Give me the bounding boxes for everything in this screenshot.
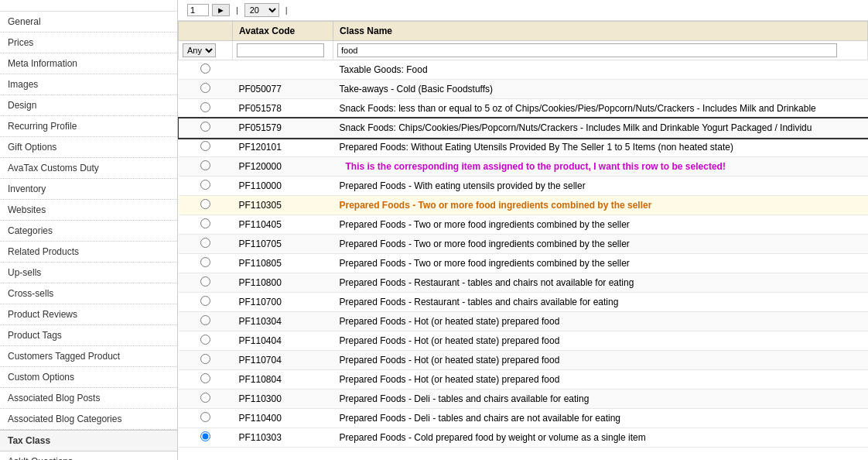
table-row: PF110800Prepared Foods - Restaurant - ta… <box>179 273 868 293</box>
row-radio-19[interactable] <box>200 431 210 441</box>
sidebar-items-container: GeneralPricesMeta InformationImagesDesig… <box>0 12 177 460</box>
sidebar-item-prices[interactable]: Prices <box>0 33 177 53</box>
class-name-cell: Prepared Foods - Hot (or heated state) p… <box>333 370 868 390</box>
table-row: PF110805Prepared Foods - Two or more foo… <box>179 254 868 273</box>
radio-cell <box>179 60 233 80</box>
sidebar-item-avatax-customs-duty[interactable]: AvaTax Customs Duty <box>0 158 177 179</box>
radio-cell <box>179 118 233 138</box>
radio-cell <box>179 99 233 118</box>
radio-cell <box>179 331 233 351</box>
row-radio-15[interactable] <box>200 354 210 364</box>
table-row: PF110404Prepared Foods - Hot (or heated … <box>179 331 868 351</box>
radio-cell <box>179 138 233 157</box>
radio-cell <box>179 312 233 331</box>
row-radio-4[interactable] <box>200 141 210 151</box>
avatax-code-cell: PF110404 <box>233 331 333 351</box>
sidebar-item-inventory[interactable]: Inventory <box>0 179 177 200</box>
avatax-code-cell: PF110800 <box>233 273 333 293</box>
sidebar-item-websites[interactable]: Websites <box>0 200 177 221</box>
sidebar-item-recurring-profile[interactable]: Recurring Profile <box>0 116 177 137</box>
pagination-bar: ► | 20 50 100 | <box>178 0 868 21</box>
row-radio-10[interactable] <box>200 257 210 267</box>
avatax-code-cell <box>233 60 333 80</box>
radio-cell <box>179 254 233 273</box>
sidebar-item-product-reviews[interactable]: Product Reviews <box>0 304 177 325</box>
radio-cell <box>179 351 233 370</box>
class-name-cell: Prepared Foods - Restaurant - tables and… <box>333 293 868 312</box>
row-radio-6[interactable] <box>200 180 210 190</box>
filter-code-input[interactable] <box>237 43 324 57</box>
row-radio-12[interactable] <box>200 296 210 306</box>
pipe-sep2: | <box>285 5 288 15</box>
sidebar-item-custom-options[interactable]: Custom Options <box>0 367 177 388</box>
radio-cell <box>179 177 233 196</box>
page-input[interactable] <box>187 4 209 16</box>
avatax-code-cell: PF051578 <box>233 99 333 118</box>
table-row: PF110700Prepared Foods - Restaurant - ta… <box>179 293 868 312</box>
row-radio-7[interactable] <box>200 199 210 209</box>
filter-class-input[interactable] <box>337 43 837 57</box>
table-row: PF120000This is the corresponding item a… <box>179 157 868 177</box>
class-name-cell: Taxable Goods: Food <box>333 60 868 80</box>
row-radio-16[interactable] <box>200 373 210 383</box>
sidebar-item-cross-sells[interactable]: Cross-sells <box>0 283 177 304</box>
class-name-cell: Snack Foods: less than or equal to 5 oz … <box>333 99 868 118</box>
table-row: PF110300Prepared Foods - Deli - tables a… <box>179 390 868 409</box>
col-header-selected <box>179 22 233 41</box>
sidebar-item-askit-questions[interactable]: AskIt Questions <box>0 451 177 460</box>
row-radio-18[interactable] <box>200 412 210 422</box>
radio-cell <box>179 390 233 409</box>
radio-cell <box>179 428 233 448</box>
row-radio-0[interactable] <box>200 64 210 74</box>
avatax-code-cell: PF051579 <box>233 118 333 138</box>
class-name-cell: Prepared Foods - Hot (or heated state) p… <box>333 351 868 370</box>
table-row: PF110704Prepared Foods - Hot (or heated … <box>179 351 868 370</box>
table-row: PF120101Prepared Foods: Without Eating U… <box>179 138 868 157</box>
pipe-sep1: | <box>236 5 238 15</box>
row-radio-17[interactable] <box>200 393 210 403</box>
avatax-code-cell: PF110405 <box>233 215 333 235</box>
annotation-text: This is the corresponding item assigned … <box>340 158 732 175</box>
sidebar-item-images[interactable]: Images <box>0 74 177 95</box>
class-name-cell: Prepared Foods - Two or more food ingred… <box>333 254 868 273</box>
sidebar-item-categories[interactable]: Categories <box>0 221 177 242</box>
sidebar-item-related-products[interactable]: Related Products <box>0 242 177 263</box>
row-radio-3[interactable] <box>200 122 210 132</box>
row-radio-11[interactable] <box>200 276 210 287</box>
table-row: PF051578Snack Foods: less than or equal … <box>179 99 868 118</box>
row-radio-9[interactable] <box>200 238 210 248</box>
sidebar-item-customers-tagged-product[interactable]: Customers Tagged Product <box>0 346 177 367</box>
avatax-code-cell: PF110305 <box>233 196 333 215</box>
row-radio-14[interactable] <box>200 335 210 345</box>
sidebar-item-product-tags[interactable]: Product Tags <box>0 325 177 346</box>
sidebar: GeneralPricesMeta InformationImagesDesig… <box>0 0 178 460</box>
class-name-cell: Prepared Foods - Deli - tables and chair… <box>333 390 868 409</box>
avatax-code-cell: PF050077 <box>233 80 333 99</box>
col-header-avatax-code: Avatax Code <box>233 22 333 41</box>
sidebar-item-up-sells[interactable]: Up-sells <box>0 263 177 283</box>
table-row: Taxable Goods: Food <box>179 60 868 80</box>
filter-any-select[interactable]: Any Yes No <box>183 43 216 57</box>
row-radio-2[interactable] <box>200 102 210 112</box>
avatax-code-cell: PF110303 <box>233 428 333 448</box>
radio-cell <box>179 80 233 99</box>
sidebar-item-meta-information[interactable]: Meta Information <box>0 53 177 74</box>
avatax-code-cell: PF110304 <box>233 312 333 331</box>
row-radio-5[interactable] <box>200 160 210 170</box>
view-select[interactable]: 20 50 100 <box>244 3 279 17</box>
sidebar-item-gift-options[interactable]: Gift Options <box>0 137 177 158</box>
next-page-button[interactable]: ► <box>212 4 230 16</box>
table-row: PF110705Prepared Foods - Two or more foo… <box>179 235 868 254</box>
sidebar-item-associated-blog-posts[interactable]: Associated Blog Posts <box>0 388 177 409</box>
sidebar-item-general[interactable]: General <box>0 12 177 33</box>
radio-cell <box>179 293 233 312</box>
row-radio-13[interactable] <box>200 315 210 325</box>
row-radio-1[interactable] <box>200 83 210 93</box>
table-row: PF110305Prepared Foods - Two or more foo… <box>179 196 868 215</box>
sidebar-item-associated-blog-categories[interactable]: Associated Blog Categories <box>0 409 177 430</box>
class-name-cell: Prepared Foods - Hot (or heated state) p… <box>333 312 868 331</box>
class-name-cell: Prepared Foods - Cold prepared food by w… <box>333 428 868 448</box>
avatax-code-cell: PF120101 <box>233 138 333 157</box>
row-radio-8[interactable] <box>200 218 210 228</box>
sidebar-item-design[interactable]: Design <box>0 95 177 116</box>
